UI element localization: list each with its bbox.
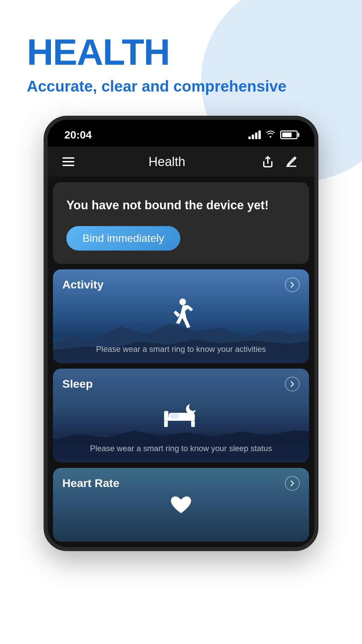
- activity-label: Activity: [62, 278, 104, 291]
- battery-icon: [280, 130, 298, 139]
- sleep-chevron[interactable]: [285, 377, 300, 391]
- menu-icon[interactable]: [62, 157, 74, 166]
- activity-chevron[interactable]: [285, 277, 300, 292]
- heartrate-card-header: Heart Rate: [53, 468, 309, 499]
- heartrate-chevron[interactable]: [285, 476, 300, 491]
- wifi-icon: [265, 129, 276, 140]
- status-icons: [248, 129, 298, 140]
- share-button[interactable]: [259, 153, 276, 170]
- page-header: HEALTH Accurate, clear and comprehensive: [0, 0, 362, 116]
- activity-placeholder: Please wear a smart ring to know your ac…: [53, 344, 309, 354]
- svg-rect-2: [164, 421, 168, 427]
- sleep-card[interactable]: Sleep: [53, 369, 309, 463]
- svg-point-0: [179, 299, 186, 305]
- activity-center-icon: [168, 298, 194, 335]
- sleep-center-icon: [163, 400, 199, 431]
- signal-icon: [248, 130, 261, 139]
- activity-card[interactable]: Activity Please wear a smart ring to kno…: [53, 269, 309, 363]
- page-title: HEALTH: [27, 34, 335, 70]
- activity-card-header: Activity: [53, 269, 309, 300]
- phone-content: You have not bound the device yet! Bind …: [48, 177, 314, 547]
- svg-rect-3: [191, 421, 195, 427]
- heartrate-center-icon: [169, 495, 193, 515]
- nav-actions: [259, 153, 300, 170]
- bind-card: You have not bound the device yet! Bind …: [53, 182, 309, 264]
- edit-button[interactable]: [283, 153, 300, 170]
- heartrate-card[interactable]: Heart Rate: [53, 468, 309, 542]
- svg-rect-6: [171, 413, 179, 418]
- status-bar: 20:04: [48, 120, 314, 147]
- phone-mockup: 20:04 Health: [44, 116, 318, 551]
- nav-title: Health: [148, 155, 185, 169]
- status-time: 20:04: [64, 129, 92, 141]
- svg-rect-4: [164, 411, 169, 421]
- page-subtitle: Accurate, clear and comprehensive: [27, 77, 335, 96]
- heartrate-label: Heart Rate: [62, 477, 119, 490]
- bind-message: You have not bound the device yet!: [66, 197, 296, 214]
- app-nav: Health: [48, 147, 314, 177]
- bind-immediately-button[interactable]: Bind immediately: [66, 226, 180, 251]
- sleep-placeholder: Please wear a smart ring to know your sl…: [53, 444, 309, 453]
- sleep-card-header: Sleep: [53, 369, 309, 399]
- sleep-label: Sleep: [62, 377, 93, 390]
